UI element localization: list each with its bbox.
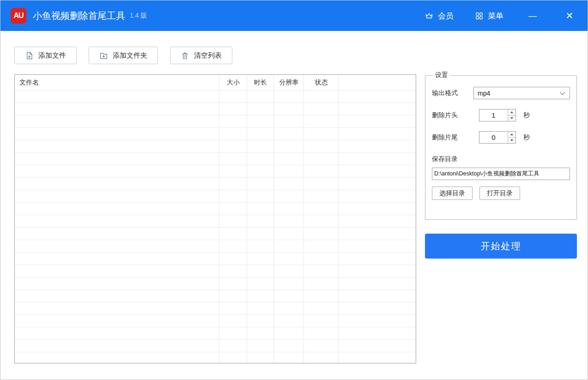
column-status: 状态: [304, 78, 339, 87]
spin-up-button[interactable]: [508, 132, 515, 138]
clear-list-label: 清空列表: [194, 51, 222, 60]
save-dir-input[interactable]: [432, 168, 570, 180]
spin-down-button[interactable]: [508, 115, 515, 121]
column-divider: [338, 75, 339, 363]
trim-tail-label: 删除片尾: [432, 133, 473, 142]
column-divider: [219, 75, 219, 363]
app-logo-text: AU: [13, 12, 23, 20]
dir-buttons-row: 选择目录 打开目录: [432, 187, 570, 200]
arrow-up-icon: [510, 133, 513, 135]
spin-up-button[interactable]: [508, 109, 515, 115]
open-dir-button[interactable]: 打开目录: [479, 187, 520, 200]
titlebar-actions: 会员 菜单 — ✕: [424, 11, 588, 21]
spinner-buttons: [508, 132, 515, 143]
column-resolution: 分辨率: [274, 78, 304, 87]
column-duration: 时长: [247, 78, 274, 87]
column-divider: [303, 75, 304, 363]
add-folder-icon: [99, 51, 108, 60]
trim-tail-value: 0: [479, 132, 508, 143]
choose-dir-button[interactable]: 选择目录: [432, 187, 473, 200]
file-table-body: [15, 90, 416, 363]
save-dir-label: 保存目录: [432, 155, 570, 163]
grid-menu-icon: [475, 12, 484, 20]
trim-tail-unit: 秒: [523, 133, 530, 142]
add-folder-button[interactable]: 添加文件夹: [89, 47, 158, 64]
output-format-label: 输出格式: [432, 89, 473, 97]
trim-head-label: 删除片头: [432, 111, 473, 120]
add-file-label: 添加文件: [38, 51, 66, 60]
add-file-icon: [25, 51, 34, 60]
close-button[interactable]: ✕: [562, 11, 577, 20]
clear-list-button[interactable]: 清空列表: [170, 47, 232, 64]
arrow-down-icon: [510, 117, 513, 119]
titlebar: AU 小鱼视频删除首尾工具 1.4 版 会员 菜单 — ✕: [0, 0, 588, 31]
trim-head-value: 1: [479, 109, 508, 121]
trim-head-unit: 秒: [523, 111, 530, 120]
version-label: 1.4 版: [130, 12, 147, 20]
file-table-header: 文件名 大小 时长 分辨率 状态: [15, 75, 416, 90]
window-title: 小鱼视频删除首尾工具: [33, 10, 125, 22]
start-button[interactable]: 开始处理: [425, 234, 577, 259]
member-button[interactable]: 会员: [424, 11, 454, 21]
add-file-button[interactable]: 添加文件: [14, 47, 77, 64]
column-size: 大小: [219, 78, 247, 87]
trash-icon: [181, 51, 189, 60]
app-window: AU 小鱼视频删除首尾工具 1.4 版 会员 菜单 — ✕: [0, 0, 588, 380]
output-format-value: mp4: [478, 90, 490, 97]
trim-tail-row: 删除片尾 0 秒: [432, 131, 570, 144]
toolbar: 添加文件 添加文件夹 清空列表: [14, 47, 232, 64]
add-folder-label: 添加文件夹: [113, 51, 147, 60]
spinner-buttons: [508, 109, 515, 121]
crown-icon: [424, 11, 434, 20]
minimize-button[interactable]: —: [525, 12, 540, 20]
file-table: 文件名 大小 时长 分辨率 状态: [14, 74, 416, 363]
settings-group: 设置 输出格式 mp4 删除片头 1 秒 删除片尾 0: [425, 71, 577, 220]
chevron-down-icon: [560, 90, 565, 95]
trim-head-row: 删除片头 1 秒: [432, 109, 570, 121]
arrow-down-icon: [510, 139, 513, 141]
menu-label: 菜单: [488, 11, 503, 21]
menu-button[interactable]: 菜单: [475, 11, 503, 21]
column-filename: 文件名: [15, 78, 219, 87]
column-divider: [273, 75, 274, 363]
settings-legend: 设置: [433, 71, 450, 79]
member-label: 会员: [438, 11, 454, 21]
trim-head-spinner[interactable]: 1: [479, 109, 516, 121]
column-divider: [247, 75, 247, 363]
trim-tail-spinner[interactable]: 0: [479, 131, 516, 144]
output-format-row: 输出格式 mp4: [432, 87, 570, 99]
spin-down-button[interactable]: [508, 138, 515, 143]
output-format-select[interactable]: mp4: [473, 87, 570, 99]
arrow-up-icon: [510, 111, 513, 113]
app-logo: AU: [11, 8, 26, 24]
